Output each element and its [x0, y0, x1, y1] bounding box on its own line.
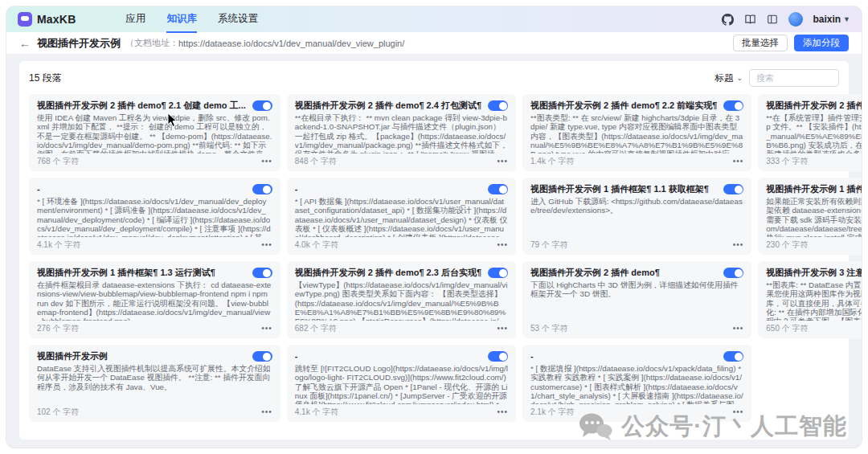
more-menu-icon[interactable]: •••	[733, 325, 744, 333]
filter-controls: 标题 ⌄	[714, 69, 839, 87]
segment-char-count: 682 个 字符	[295, 323, 337, 334]
more-menu-icon[interactable]: •••	[261, 325, 272, 333]
filter-type-select[interactable]: 标题 ⌄	[714, 72, 743, 84]
back-arrow-icon[interactable]: ←	[19, 37, 31, 50]
segment-card[interactable]: 视图插件开发示例 DataEase 支持引入视图插件机制以提高系统可扩展性。本文…	[29, 345, 280, 422]
segment-title: 视图插件开发示例 2 插件 demo¶	[530, 267, 717, 279]
segment-card-header: 视图插件开发示例 2 插件 demo¶ 2.3 后台实现¶	[295, 267, 508, 279]
segment-title: -	[530, 350, 717, 362]
segment-card[interactable]: 视图插件开发示例 2 插件 demo¶ 2.5 安装插件¶ **在【系统管理】插…	[758, 94, 862, 171]
segment-enabled-toggle[interactable]	[488, 351, 508, 362]
segment-card[interactable]: 视图插件开发示例 2 插件 demo¶ 2.2 前端实现¶ **图表类型: **…	[522, 94, 751, 171]
segment-char-count: 1.4k 个 字符	[530, 156, 574, 167]
nav-item-system-settings[interactable]: 系统设置	[218, 6, 258, 33]
chevron-down-icon: ▼	[843, 15, 850, 23]
segment-card-header: -	[295, 350, 508, 362]
user-menu[interactable]: baixin ▼	[813, 14, 850, 25]
segment-card-header: 视图插件开发示例 2 插件 demo¶ 2.2 前端实现¶	[530, 100, 743, 112]
segment-char-count: 4.1k 个 字符	[37, 239, 80, 251]
maxkb-logo[interactable]: MaxKB	[18, 12, 76, 27]
segment-enabled-toggle[interactable]	[723, 268, 743, 278]
segment-card-footer: 230 个 字符 •••	[766, 239, 862, 251]
segment-card[interactable]: 视图插件开发示例 1 插件框架¶ 1.3 运行测试¶ 在插件框架根目录 data…	[29, 261, 280, 338]
search-input[interactable]	[756, 73, 832, 83]
segment-card-header: 视图插件开发示例 1 插件框架¶ 1.1 获取框架¶	[530, 183, 743, 195]
segment-char-count: 848 个 字符	[295, 156, 337, 167]
docs-book-icon[interactable]	[743, 13, 756, 26]
segment-card[interactable]: 视图插件开发示例 1 插件框架¶ 1.1 获取框架¶ 进入 GitHub 下载源…	[522, 178, 751, 255]
app-window: MaxKB 应用 知识库 系统设置 baixin ▼ ← 视图插件	[6, 6, 862, 448]
segment-card-header: -	[37, 183, 272, 195]
github-icon[interactable]	[721, 13, 734, 26]
doc-address-label: （文档地址：	[125, 37, 178, 49]
segment-card[interactable]: 视图插件开发示例 2 插件 demo¶ 2.3 后台实现¶ 【viewType】…	[287, 261, 516, 338]
segment-card-grid: 视图插件开发示例 2 插件 demo¶ 2.1 创建 demo 工... 使用 …	[29, 94, 839, 422]
more-menu-icon[interactable]: •••	[733, 408, 744, 416]
doc-url[interactable]: https://dataease.io/docs/v1/dev_manual/d…	[178, 39, 404, 48]
segment-card-footer: 4.1k 个 字符 •••	[295, 407, 508, 418]
segment-char-count: 2.1k 个 字符	[530, 407, 574, 418]
segment-card[interactable]: - * [ 数据填报 ](https://dataease.io/docs/v1…	[522, 345, 751, 422]
segment-count: 15 段落	[29, 72, 62, 85]
segment-card[interactable]: 视图插件开发示例 1 插件框架¶ 1.2 安装依赖¶ 如果能正常安装所有依赖则跳…	[758, 178, 862, 255]
segment-card[interactable]: 视图插件开发示例 2 插件 demo¶ 下面以 HighCharts 中 3D …	[522, 261, 751, 338]
more-menu-icon[interactable]: •••	[497, 157, 509, 166]
segment-excerpt: **图表类型: ** 在 src/view/ 新建 highcharts/3dp…	[530, 113, 743, 153]
add-segment-button[interactable]: 添加分段	[794, 35, 849, 51]
segment-card-footer: 682 个 字符 •••	[295, 323, 508, 334]
segment-enabled-toggle[interactable]	[723, 100, 743, 111]
segment-card[interactable]: 视图插件开发示例 3 注意事项¶ **图表库: ** DataEase 内置了 …	[758, 261, 862, 338]
segment-card-footer: 53 个 字符 •••	[530, 323, 743, 334]
segment-enabled-toggle[interactable]	[488, 268, 508, 278]
segment-excerpt: **在根目录下执行： ** mvn clean package 得到 view-…	[295, 113, 508, 153]
segment-card[interactable]: 视图插件开发示例 2 插件 demo¶ 2.4 打包测试¶ **在根目录下执行：…	[287, 94, 516, 171]
more-menu-icon[interactable]: •••	[733, 241, 744, 249]
segment-card-footer: 1.4k 个 字符 •••	[530, 156, 743, 167]
nav-item-knowledge-base[interactable]: 知识库	[166, 6, 197, 33]
more-menu-icon[interactable]: •••	[261, 408, 272, 416]
segment-enabled-toggle[interactable]	[723, 351, 743, 362]
segment-card[interactable]: - * [ 环境准备 ](https://dataease.io/docs/v1…	[29, 178, 280, 255]
segment-card-header: 视图插件开发示例 2 插件 demo¶ 2.4 打包测试¶	[295, 100, 508, 112]
batch-select-button[interactable]: 批量选择	[733, 35, 788, 51]
nav-item-apps[interactable]: 应用	[125, 6, 145, 33]
segment-excerpt: 下面以 HighCharts 中 3D 饼图为例，详细描述如何使用插件框架开发一…	[530, 280, 743, 321]
api-panel-icon[interactable]	[766, 13, 779, 26]
more-menu-icon[interactable]: •••	[733, 157, 744, 166]
segment-enabled-toggle[interactable]	[252, 184, 272, 194]
segment-enabled-toggle[interactable]	[488, 100, 508, 111]
user-avatar[interactable]	[788, 12, 803, 27]
segment-title: 视图插件开发示例 2 插件 demo¶ 2.5 安装插件¶	[766, 100, 862, 112]
segment-card[interactable]: - 跳转至 [![FIT2CLOUD Logo](https://dataeas…	[287, 345, 516, 422]
segment-enabled-toggle[interactable]	[252, 351, 272, 362]
segments-toolbar: 15 段落 标题 ⌄	[29, 69, 839, 87]
more-menu-icon[interactable]: •••	[261, 157, 272, 166]
segment-card[interactable]: - * [ API 数据集 ](https://dataease.io/docs…	[287, 178, 516, 255]
segment-enabled-toggle[interactable]	[252, 100, 272, 111]
top-navbar: MaxKB 应用 知识库 系统设置 baixin ▼	[6, 6, 862, 32]
segment-excerpt: 在插件框架根目录 dataease-extensions 下执行： cd dat…	[37, 280, 272, 321]
more-menu-icon[interactable]: •••	[497, 325, 509, 333]
segment-excerpt: * [ 环境准备 ](https://dataease.io/docs/v1/d…	[37, 197, 272, 237]
segment-char-count: 53 个 字符	[530, 323, 568, 334]
segment-card-footer: 4.1k 个 字符 •••	[37, 239, 272, 251]
segment-title: 视图插件开发示例 2 插件 demo¶ 2.4 打包测试¶	[295, 100, 481, 112]
segment-card-header: -	[295, 183, 508, 195]
segment-title: -	[37, 183, 246, 195]
segment-char-count: 102 个 字符	[37, 407, 79, 418]
segment-char-count: 230 个 字符	[766, 239, 808, 251]
segment-card-footer: 2.1k 个 字符 •••	[530, 407, 743, 418]
more-menu-icon[interactable]: •••	[261, 241, 272, 249]
segment-title: 视图插件开发示例 1 插件框架¶ 1.2 安装依赖¶	[766, 183, 862, 195]
segment-enabled-toggle[interactable]	[488, 184, 508, 194]
segment-enabled-toggle[interactable]	[723, 184, 743, 194]
more-menu-icon[interactable]: •••	[497, 241, 509, 249]
segment-title: -	[295, 183, 481, 195]
doc-header: ← 视图插件开发示例 （文档地址： https://dataease.io/do…	[6, 32, 862, 55]
more-menu-icon[interactable]: •••	[497, 408, 509, 416]
segment-card[interactable]: 视图插件开发示例 2 插件 demo¶ 2.1 创建 demo 工... 使用 …	[29, 94, 280, 171]
segment-enabled-toggle[interactable]	[252, 268, 272, 278]
navbar-right: baixin ▼	[721, 12, 850, 27]
segment-excerpt: 如果能正常安装所有依赖则跳过此步骤，否则继续： 插件框架依赖 dataease-…	[766, 197, 862, 237]
segment-char-count: 333 个 字符	[766, 156, 808, 167]
